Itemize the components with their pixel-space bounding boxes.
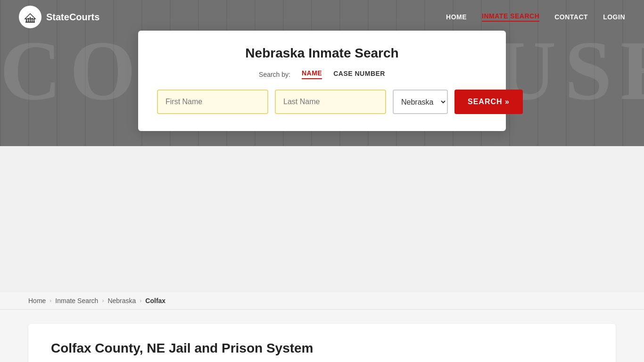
nav-login[interactable]: LOGIN — [603, 13, 625, 21]
nav-inmate-search[interactable]: INMATE SEARCH — [482, 12, 539, 22]
breadcrumb: Home › Inmate Search › Nebraska › Colfax — [0, 292, 644, 310]
nav-contact[interactable]: CONTACT — [554, 13, 588, 21]
logo-link[interactable]: StateCourts — [19, 6, 99, 28]
tab-name[interactable]: NAME — [302, 69, 322, 79]
logo-text: StateCourts — [46, 12, 99, 23]
content-card: Colfax County, NE Jail and Prison System… — [28, 324, 616, 362]
svg-rect-3 — [30, 17, 31, 22]
logo-icon — [19, 6, 41, 28]
breadcrumb-sep-1: › — [50, 297, 51, 304]
search-fields: Nebraska Alabama Alaska Arizona Arkansas… — [157, 90, 487, 114]
tab-case-number[interactable]: CASE NUMBER — [333, 70, 385, 79]
header: COURTHOUSE StateCourts — [0, 0, 644, 146]
svg-rect-2 — [28, 18, 29, 22]
content-title: Colfax County, NE Jail and Prison System — [51, 341, 593, 356]
search-button[interactable]: SEARCH » — [454, 90, 523, 114]
svg-rect-5 — [33, 19, 34, 22]
breadcrumb-home[interactable]: Home — [28, 297, 46, 304]
top-navigation: StateCourts HOME INMATE SEARCH CONTACT L… — [0, 0, 644, 34]
search-card-title: Nebraska Inmate Search — [157, 46, 487, 61]
breadcrumb-nebraska[interactable]: Nebraska — [107, 297, 136, 304]
state-select[interactable]: Nebraska Alabama Alaska Arizona Arkansas… — [393, 90, 448, 114]
svg-rect-6 — [25, 22, 35, 23]
breadcrumb-current: Colfax — [145, 297, 165, 304]
svg-rect-4 — [32, 18, 33, 22]
search-by-row: Search by: NAME CASE NUMBER — [157, 69, 487, 79]
breadcrumb-sep-3: › — [140, 297, 141, 304]
breadcrumb-inmate-search[interactable]: Inmate Search — [55, 297, 98, 304]
last-name-input[interactable] — [275, 90, 386, 114]
first-name-input[interactable] — [157, 90, 268, 114]
nav-links: HOME INMATE SEARCH CONTACT LOGIN — [446, 12, 625, 22]
search-by-label: Search by: — [259, 71, 290, 78]
breadcrumb-sep-2: › — [102, 297, 104, 304]
search-card: Nebraska Inmate Search Search by: NAME C… — [138, 31, 506, 131]
svg-rect-1 — [26, 19, 27, 22]
main-content: Colfax County, NE Jail and Prison System… — [0, 310, 644, 362]
nav-home[interactable]: HOME — [446, 13, 467, 21]
